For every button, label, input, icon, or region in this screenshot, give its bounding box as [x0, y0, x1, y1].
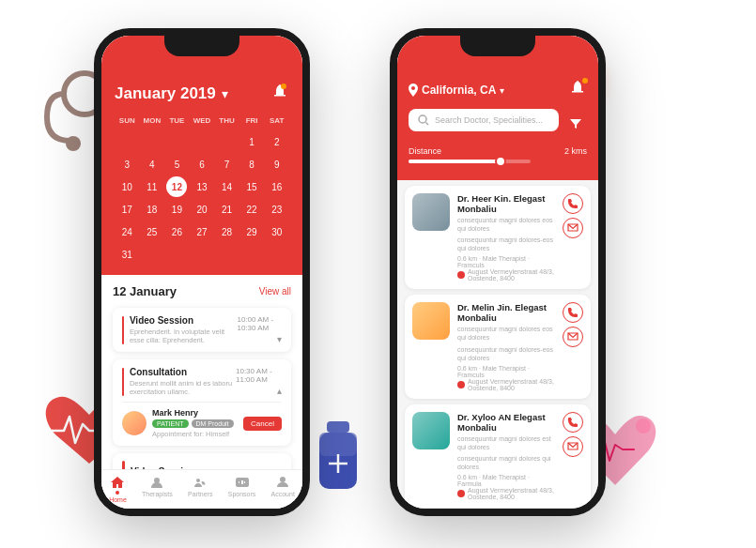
calendar-week-5: 24 25 26 27 28 29 30 — [115, 221, 289, 243]
doctor-1-actions — [563, 193, 583, 238]
message-button-1[interactable] — [563, 218, 583, 238]
nav-partners[interactable]: Partners — [188, 476, 212, 503]
calendar-chevron-icon[interactable]: ▾ — [222, 86, 228, 101]
doctor-2-name: Dr. Melin Jin. Elegast Monbaliu — [457, 302, 555, 323]
doctor-2-desc1: consequuntur magni dolores eos qui dolor… — [457, 325, 555, 342]
doctor-3-desc2: consequuntur magni dolores qui dolores — [457, 454, 555, 471]
selected-day[interactable]: 12 — [166, 176, 187, 197]
calendar-days-header: SUN MON TUE WED THU FRI SAT — [115, 114, 289, 127]
filter-button[interactable] — [564, 113, 587, 135]
view-all-link[interactable]: View all — [259, 286, 291, 297]
appt-2-title: Consultation — [130, 367, 236, 377]
doctor-2-location: August Vermeylenstraat 48/3, Oostende, 8… — [457, 378, 555, 391]
left-phone: January 2019 ▾ SUN MON TUE WED — [94, 28, 310, 516]
message-button-2[interactable] — [563, 327, 583, 347]
doctor-3-name: Dr. Xyloo AN Elegast Monbaliu — [457, 412, 555, 433]
appt-1-expand-icon[interactable]: ▾ — [277, 334, 282, 344]
phone-notch-left — [164, 36, 239, 56]
message-button-3[interactable] — [563, 436, 583, 457]
call-button-3[interactable] — [563, 412, 583, 433]
nav-therapists[interactable]: Therapists — [142, 476, 173, 503]
nav-home-label: Home — [109, 496, 127, 503]
svg-rect-7 — [327, 421, 349, 433]
notification-bell-right[interactable] — [568, 79, 587, 101]
nav-home[interactable]: Home — [109, 476, 127, 503]
appt-for: Appointment for: Himself — [152, 430, 238, 438]
nav-sponsors-label: Sponsors — [228, 491, 256, 497]
doctor-1-location: August Vermeylenstraat 48/3, Oostende, 8… — [457, 268, 555, 282]
bottom-nav: Home Therapists Partners Sponsors Accoun… — [101, 469, 302, 509]
doctor-avatar-1 — [412, 193, 450, 231]
doctor-card-2[interactable]: Dr. Melin Jin. Elegast Monbaliu consequu… — [405, 295, 591, 398]
notification-bell[interactable] — [270, 83, 289, 105]
tag-role: DM Produit — [192, 419, 234, 428]
day-wed: WED — [190, 114, 215, 127]
appointment-item-2: Consultation Deserunt mollit anim id es … — [113, 359, 291, 446]
appt-2-desc: Deserunt mollit anim id es laboru exerci… — [130, 379, 236, 396]
doctor-2-meta: 0.6 km · Male Therapist · Framculs — [457, 365, 555, 378]
doctor-1-desc1: consequuntur magni dolores eos qui dolor… — [457, 216, 555, 233]
doctor-3-actions — [563, 412, 583, 457]
phone-notch-right — [460, 36, 535, 56]
calendar-week-3: 10 11 12 13 14 15 16 — [115, 175, 289, 198]
doctor-avatar-2 — [412, 302, 450, 340]
doctor-3-desc1: consequuntur magni dolores est qui dolor… — [457, 434, 555, 451]
doctor-3-meta: 0.6 km · Male Therapist · Farmula — [457, 474, 555, 487]
nav-sponsors[interactable]: Sponsors — [228, 476, 256, 503]
call-button-2[interactable] — [563, 302, 583, 323]
appt-indicator-3 — [122, 461, 125, 469]
doctor-info-2: Dr. Melin Jin. Elegast Monbaliu consequu… — [457, 302, 555, 390]
cancel-button[interactable]: Cancel — [243, 417, 282, 431]
call-button-1[interactable] — [563, 193, 583, 214]
doctor-3-location: August Vermeylenstraat 48/3, Oostende, 8… — [457, 487, 555, 500]
appt-1-desc: Eprehenderit. In voluptate velit esse ci… — [130, 327, 238, 344]
svg-point-14 — [280, 477, 285, 482]
appt-indicator-1 — [122, 316, 124, 344]
day-sat: SAT — [264, 114, 289, 127]
svg-point-12 — [281, 84, 286, 89]
nav-therapists-label: Therapists — [142, 491, 173, 497]
doctor-2-desc2: consequuntur magni dolores-eos qui dolor… — [457, 345, 555, 362]
doctor-avatar-3 — [412, 412, 450, 449]
medicine-bottle-decoration — [310, 421, 366, 506]
calendar-week-2: 3 4 5 6 7 8 9 — [115, 153, 289, 175]
nav-account[interactable]: Account — [271, 476, 295, 503]
bell-badge-dot — [582, 78, 588, 84]
svg-rect-9 — [319, 433, 357, 456]
doctor-2-actions — [563, 302, 583, 347]
svg-rect-8 — [319, 433, 357, 489]
calendar-body: 12 January View all Video Session Eprehe… — [101, 275, 302, 469]
location-text: California, CA — [422, 84, 496, 97]
person-info: Mark Henry PATIENT DM Produit Appointmen… — [152, 408, 238, 438]
svg-point-6 — [636, 419, 651, 434]
nav-account-label: Account — [271, 491, 295, 497]
location-chevron-icon[interactable]: ▾ — [500, 85, 504, 96]
search-header: California, CA ▾ Search Doctor, Speciali… — [397, 36, 598, 180]
doctor-card-3[interactable]: Dr. Xyloo AN Elegast Monbaliu consequunt… — [405, 404, 591, 508]
search-placeholder: Search Doctor, Specialities... — [435, 115, 549, 125]
nav-home-dot — [116, 491, 119, 495]
person-avatar — [122, 411, 147, 435]
appt-2-collapse-icon[interactable]: ▴ — [277, 386, 282, 396]
appt-2-time: 10:30 AM - 11:00 AM — [236, 367, 282, 384]
distance-value: 2 kms — [564, 146, 587, 156]
svg-point-1 — [66, 136, 81, 151]
doctor-card-1[interactable]: Dr. Heer Kin. Elegast Monbaliu consequun… — [405, 186, 591, 289]
scene: January 2019 ▾ SUN MON TUE WED — [0, 0, 756, 548]
doctors-list: Dr. Heer Kin. Elegast Monbaliu consequun… — [397, 180, 598, 509]
distance-slider[interactable] — [409, 160, 531, 163]
calendar-month-title: January 2019 — [115, 84, 216, 103]
calendar-week-1: 1 2 — [115, 130, 289, 153]
appointment-item-1: Video Session Eprehenderit. In voluptate… — [113, 308, 291, 352]
nav-partners-label: Partners — [188, 491, 212, 497]
day-fri: FRI — [239, 114, 265, 127]
doctor-info-3: Dr. Xyloo AN Elegast Monbaliu consequunt… — [457, 412, 555, 500]
doctor-1-desc2: consequuntur magni dolores-eos qui dolor… — [457, 236, 555, 252]
doctor-info-1: Dr. Heer Kin. Elegast Monbaliu consequun… — [457, 193, 555, 282]
search-bar[interactable]: Search Doctor, Specialities... — [409, 109, 559, 131]
day-sun: SUN — [115, 114, 140, 127]
distance-label: Distance — [409, 146, 441, 156]
appt-1-time: 10:00 AM - 10:30 AM — [237, 315, 282, 332]
day-tue: TUE — [164, 114, 190, 127]
appt-indicator-2 — [122, 368, 124, 396]
